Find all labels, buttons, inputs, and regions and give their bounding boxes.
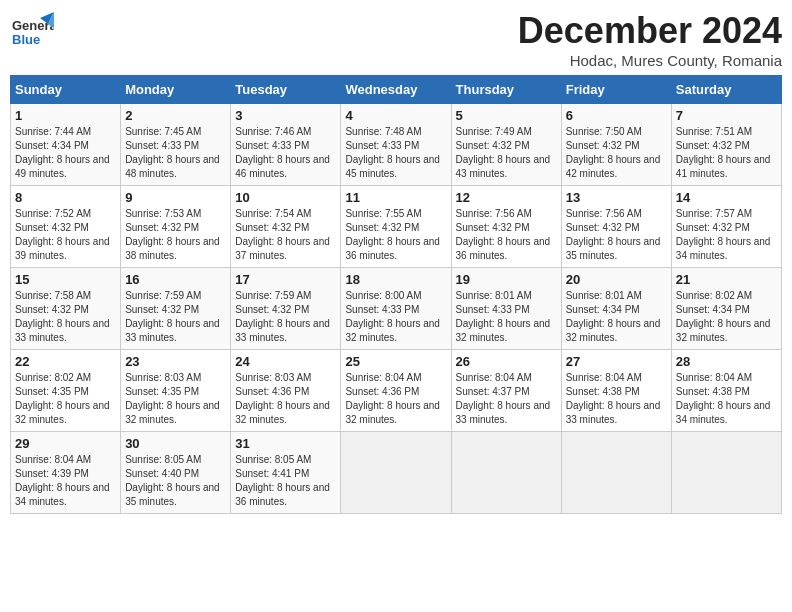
svg-text:Blue: Blue bbox=[12, 32, 40, 47]
day-info: Sunrise: 7:56 AMSunset: 4:32 PMDaylight:… bbox=[566, 208, 661, 261]
day-number: 15 bbox=[15, 272, 116, 287]
calendar-cell: 24Sunrise: 8:03 AMSunset: 4:36 PMDayligh… bbox=[231, 350, 341, 432]
day-number: 24 bbox=[235, 354, 336, 369]
day-info: Sunrise: 8:05 AMSunset: 4:41 PMDaylight:… bbox=[235, 454, 330, 507]
calendar-cell: 27Sunrise: 8:04 AMSunset: 4:38 PMDayligh… bbox=[561, 350, 671, 432]
day-info: Sunrise: 7:50 AMSunset: 4:32 PMDaylight:… bbox=[566, 126, 661, 179]
day-info: Sunrise: 7:56 AMSunset: 4:32 PMDaylight:… bbox=[456, 208, 551, 261]
day-info: Sunrise: 8:01 AMSunset: 4:33 PMDaylight:… bbox=[456, 290, 551, 343]
calendar-cell bbox=[341, 432, 451, 514]
day-info: Sunrise: 7:57 AMSunset: 4:32 PMDaylight:… bbox=[676, 208, 771, 261]
day-info: Sunrise: 7:59 AMSunset: 4:32 PMDaylight:… bbox=[235, 290, 330, 343]
day-info: Sunrise: 7:52 AMSunset: 4:32 PMDaylight:… bbox=[15, 208, 110, 261]
day-number: 16 bbox=[125, 272, 226, 287]
calendar-cell: 20Sunrise: 8:01 AMSunset: 4:34 PMDayligh… bbox=[561, 268, 671, 350]
calendar-cell: 25Sunrise: 8:04 AMSunset: 4:36 PMDayligh… bbox=[341, 350, 451, 432]
day-number: 31 bbox=[235, 436, 336, 451]
day-number: 8 bbox=[15, 190, 116, 205]
calendar-cell: 8Sunrise: 7:52 AMSunset: 4:32 PMDaylight… bbox=[11, 186, 121, 268]
calendar-cell: 22Sunrise: 8:02 AMSunset: 4:35 PMDayligh… bbox=[11, 350, 121, 432]
logo-icon: General Blue bbox=[10, 10, 54, 58]
calendar-cell: 18Sunrise: 8:00 AMSunset: 4:33 PMDayligh… bbox=[341, 268, 451, 350]
calendar-cell: 1Sunrise: 7:44 AMSunset: 4:34 PMDaylight… bbox=[11, 104, 121, 186]
day-info: Sunrise: 7:59 AMSunset: 4:32 PMDaylight:… bbox=[125, 290, 220, 343]
day-info: Sunrise: 8:04 AMSunset: 4:38 PMDaylight:… bbox=[676, 372, 771, 425]
calendar-subtitle: Hodac, Mures County, Romania bbox=[518, 52, 782, 69]
calendar-week-row: 15Sunrise: 7:58 AMSunset: 4:32 PMDayligh… bbox=[11, 268, 782, 350]
day-info: Sunrise: 8:04 AMSunset: 4:38 PMDaylight:… bbox=[566, 372, 661, 425]
calendar-cell bbox=[671, 432, 781, 514]
calendar-cell: 4Sunrise: 7:48 AMSunset: 4:33 PMDaylight… bbox=[341, 104, 451, 186]
col-friday: Friday bbox=[561, 76, 671, 104]
day-info: Sunrise: 7:49 AMSunset: 4:32 PMDaylight:… bbox=[456, 126, 551, 179]
day-info: Sunrise: 8:03 AMSunset: 4:36 PMDaylight:… bbox=[235, 372, 330, 425]
calendar-week-row: 8Sunrise: 7:52 AMSunset: 4:32 PMDaylight… bbox=[11, 186, 782, 268]
calendar-week-row: 22Sunrise: 8:02 AMSunset: 4:35 PMDayligh… bbox=[11, 350, 782, 432]
calendar-cell: 31Sunrise: 8:05 AMSunset: 4:41 PMDayligh… bbox=[231, 432, 341, 514]
day-info: Sunrise: 8:02 AMSunset: 4:35 PMDaylight:… bbox=[15, 372, 110, 425]
calendar-cell: 11Sunrise: 7:55 AMSunset: 4:32 PMDayligh… bbox=[341, 186, 451, 268]
day-number: 20 bbox=[566, 272, 667, 287]
day-number: 25 bbox=[345, 354, 446, 369]
calendar-cell: 13Sunrise: 7:56 AMSunset: 4:32 PMDayligh… bbox=[561, 186, 671, 268]
day-number: 13 bbox=[566, 190, 667, 205]
day-info: Sunrise: 8:04 AMSunset: 4:37 PMDaylight:… bbox=[456, 372, 551, 425]
calendar-cell: 7Sunrise: 7:51 AMSunset: 4:32 PMDaylight… bbox=[671, 104, 781, 186]
day-info: Sunrise: 7:55 AMSunset: 4:32 PMDaylight:… bbox=[345, 208, 440, 261]
day-number: 30 bbox=[125, 436, 226, 451]
day-info: Sunrise: 7:58 AMSunset: 4:32 PMDaylight:… bbox=[15, 290, 110, 343]
logo: General Blue bbox=[10, 10, 54, 58]
day-info: Sunrise: 8:03 AMSunset: 4:35 PMDaylight:… bbox=[125, 372, 220, 425]
calendar-cell: 6Sunrise: 7:50 AMSunset: 4:32 PMDaylight… bbox=[561, 104, 671, 186]
col-monday: Monday bbox=[121, 76, 231, 104]
day-number: 27 bbox=[566, 354, 667, 369]
calendar-cell: 14Sunrise: 7:57 AMSunset: 4:32 PMDayligh… bbox=[671, 186, 781, 268]
day-number: 11 bbox=[345, 190, 446, 205]
calendar-cell: 30Sunrise: 8:05 AMSunset: 4:40 PMDayligh… bbox=[121, 432, 231, 514]
day-number: 10 bbox=[235, 190, 336, 205]
calendar-cell: 5Sunrise: 7:49 AMSunset: 4:32 PMDaylight… bbox=[451, 104, 561, 186]
day-info: Sunrise: 8:05 AMSunset: 4:40 PMDaylight:… bbox=[125, 454, 220, 507]
calendar-cell: 28Sunrise: 8:04 AMSunset: 4:38 PMDayligh… bbox=[671, 350, 781, 432]
calendar-cell: 9Sunrise: 7:53 AMSunset: 4:32 PMDaylight… bbox=[121, 186, 231, 268]
day-number: 1 bbox=[15, 108, 116, 123]
calendar-cell: 23Sunrise: 8:03 AMSunset: 4:35 PMDayligh… bbox=[121, 350, 231, 432]
col-sunday: Sunday bbox=[11, 76, 121, 104]
day-number: 17 bbox=[235, 272, 336, 287]
calendar-cell bbox=[451, 432, 561, 514]
title-block: December 2024 Hodac, Mures County, Roman… bbox=[518, 10, 782, 69]
day-info: Sunrise: 7:48 AMSunset: 4:33 PMDaylight:… bbox=[345, 126, 440, 179]
day-info: Sunrise: 8:02 AMSunset: 4:34 PMDaylight:… bbox=[676, 290, 771, 343]
calendar-cell: 2Sunrise: 7:45 AMSunset: 4:33 PMDaylight… bbox=[121, 104, 231, 186]
calendar-cell: 29Sunrise: 8:04 AMSunset: 4:39 PMDayligh… bbox=[11, 432, 121, 514]
day-number: 6 bbox=[566, 108, 667, 123]
day-number: 26 bbox=[456, 354, 557, 369]
day-number: 14 bbox=[676, 190, 777, 205]
day-number: 22 bbox=[15, 354, 116, 369]
col-thursday: Thursday bbox=[451, 76, 561, 104]
col-tuesday: Tuesday bbox=[231, 76, 341, 104]
calendar-cell: 26Sunrise: 8:04 AMSunset: 4:37 PMDayligh… bbox=[451, 350, 561, 432]
day-number: 5 bbox=[456, 108, 557, 123]
calendar-cell: 12Sunrise: 7:56 AMSunset: 4:32 PMDayligh… bbox=[451, 186, 561, 268]
calendar-cell: 3Sunrise: 7:46 AMSunset: 4:33 PMDaylight… bbox=[231, 104, 341, 186]
day-number: 7 bbox=[676, 108, 777, 123]
day-info: Sunrise: 7:45 AMSunset: 4:33 PMDaylight:… bbox=[125, 126, 220, 179]
day-info: Sunrise: 7:51 AMSunset: 4:32 PMDaylight:… bbox=[676, 126, 771, 179]
calendar-cell: 16Sunrise: 7:59 AMSunset: 4:32 PMDayligh… bbox=[121, 268, 231, 350]
day-info: Sunrise: 7:53 AMSunset: 4:32 PMDaylight:… bbox=[125, 208, 220, 261]
day-info: Sunrise: 7:46 AMSunset: 4:33 PMDaylight:… bbox=[235, 126, 330, 179]
page-header: General Blue December 2024 Hodac, Mures … bbox=[10, 10, 782, 69]
day-number: 21 bbox=[676, 272, 777, 287]
day-info: Sunrise: 7:44 AMSunset: 4:34 PMDaylight:… bbox=[15, 126, 110, 179]
col-saturday: Saturday bbox=[671, 76, 781, 104]
calendar-table: Sunday Monday Tuesday Wednesday Thursday… bbox=[10, 75, 782, 514]
day-info: Sunrise: 8:04 AMSunset: 4:36 PMDaylight:… bbox=[345, 372, 440, 425]
calendar-cell: 19Sunrise: 8:01 AMSunset: 4:33 PMDayligh… bbox=[451, 268, 561, 350]
calendar-title: December 2024 bbox=[518, 10, 782, 52]
col-wednesday: Wednesday bbox=[341, 76, 451, 104]
day-number: 18 bbox=[345, 272, 446, 287]
day-number: 3 bbox=[235, 108, 336, 123]
day-number: 19 bbox=[456, 272, 557, 287]
calendar-cell: 10Sunrise: 7:54 AMSunset: 4:32 PMDayligh… bbox=[231, 186, 341, 268]
